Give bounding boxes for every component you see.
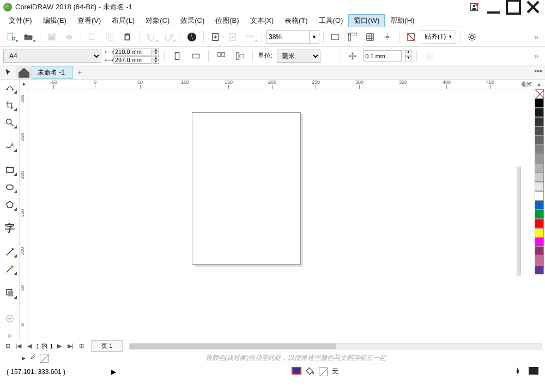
- drawing-surface[interactable]: [28, 89, 533, 340]
- duplicate-distance-button[interactable]: [422, 48, 437, 64]
- color-swatch[interactable]: [535, 117, 544, 126]
- color-swatch[interactable]: [535, 228, 544, 237]
- publish-pdf-button[interactable]: PDF: [243, 29, 258, 45]
- color-swatch[interactable]: [535, 200, 544, 210]
- next-page-button[interactable]: ▶: [55, 342, 64, 350]
- add-page-end-button[interactable]: ⊞: [77, 342, 86, 350]
- menu-layout[interactable]: 布局(L): [106, 14, 140, 27]
- polygon-tool[interactable]: [2, 198, 18, 212]
- new-button[interactable]: [3, 29, 19, 45]
- vertical-ruler[interactable]: 300250200150100500: [20, 89, 28, 340]
- palette-scroll-up[interactable]: ▲: [537, 82, 542, 89]
- color-swatch[interactable]: [535, 154, 544, 163]
- menu-tools[interactable]: 工具(O): [313, 14, 349, 27]
- menu-text[interactable]: 文本(X): [245, 14, 279, 27]
- copy-button[interactable]: [102, 29, 118, 45]
- redo-button[interactable]: [161, 29, 176, 45]
- zoom-dropdown-icon[interactable]: ▼: [310, 30, 319, 44]
- page-height-input[interactable]: [113, 56, 152, 64]
- paper-size-select[interactable]: A4: [3, 50, 101, 63]
- ruler-origin-button[interactable]: ✦: [20, 79, 28, 89]
- add-tab-button[interactable]: +: [73, 66, 86, 79]
- color-swatch[interactable]: [535, 136, 544, 145]
- width-spinner[interactable]: ▲▼: [153, 48, 159, 56]
- color-swatch[interactable]: [535, 191, 544, 200]
- import-button[interactable]: [208, 29, 223, 45]
- first-page-button[interactable]: |◀: [14, 342, 23, 350]
- color-swatch[interactable]: [535, 256, 544, 265]
- page-canvas[interactable]: [192, 112, 301, 265]
- color-swatch[interactable]: [535, 163, 544, 173]
- color-swatch[interactable]: [535, 182, 544, 191]
- menu-edit[interactable]: 编辑(E): [38, 14, 72, 27]
- color-swatch[interactable]: [535, 247, 544, 256]
- document-tab[interactable]: 未命名 -1: [32, 66, 73, 79]
- menu-table[interactable]: 表格(T): [279, 14, 313, 27]
- color-swatch[interactable]: [535, 89, 544, 99]
- toolbar-overflow-button[interactable]: »: [531, 33, 542, 41]
- export-button[interactable]: [225, 29, 240, 45]
- color-swatch[interactable]: [535, 126, 544, 136]
- last-page-button[interactable]: ▶|: [66, 342, 75, 350]
- undo-button[interactable]: [143, 29, 159, 45]
- show-grid-button[interactable]: [362, 29, 378, 45]
- cut-button[interactable]: [85, 29, 100, 45]
- menu-bitmaps[interactable]: 位图(B): [210, 14, 244, 27]
- nudge-spinner[interactable]: ▲▼: [405, 50, 411, 62]
- color-swatch[interactable]: [535, 265, 544, 274]
- color-swatch[interactable]: [535, 210, 544, 219]
- propbar-overflow-button[interactable]: »: [531, 52, 542, 60]
- print-button[interactable]: [62, 29, 77, 45]
- menu-file[interactable]: 文件(F): [3, 14, 38, 27]
- nudge-distance-input[interactable]: [364, 50, 402, 62]
- eyedropper-icon[interactable]: [29, 353, 37, 363]
- zoom-level-combo[interactable]: ▼: [266, 30, 319, 44]
- maximize-button[interactable]: [505, 1, 522, 13]
- landscape-button[interactable]: [188, 48, 203, 64]
- zoom-tool[interactable]: [2, 115, 18, 130]
- drop-shadow-tool[interactable]: [2, 286, 18, 300]
- no-color-swatch[interactable]: [40, 354, 49, 363]
- shape-tool[interactable]: [2, 81, 18, 95]
- page-width-input[interactable]: [113, 48, 152, 56]
- tab-overflow-icon[interactable]: ▸▸▸: [535, 68, 543, 74]
- unit-select[interactable]: 毫米: [277, 50, 320, 63]
- paste-button[interactable]: [120, 29, 135, 45]
- menu-help[interactable]: 帮助(H): [385, 14, 420, 27]
- open-button[interactable]: [21, 29, 36, 45]
- rectangle-tool[interactable]: [2, 163, 18, 177]
- page-tab[interactable]: 页 1: [91, 340, 123, 352]
- color-proof-icon[interactable]: [292, 367, 301, 376]
- color-swatch[interactable]: [535, 173, 544, 182]
- vertical-scrollbar[interactable]: [517, 167, 521, 275]
- fullscreen-preview-button[interactable]: [328, 29, 343, 45]
- menu-effects[interactable]: 效果(C): [175, 14, 210, 27]
- options-button[interactable]: [464, 29, 480, 45]
- horizontal-scrollbar[interactable]: [129, 343, 542, 350]
- color-swatch[interactable]: [535, 108, 544, 117]
- crop-tool[interactable]: [2, 98, 18, 112]
- color-swatch[interactable]: [535, 219, 544, 228]
- fill-bucket-icon[interactable]: [306, 366, 314, 377]
- save-button[interactable]: [44, 29, 59, 45]
- color-swatch[interactable]: [535, 99, 544, 108]
- dimension-tool[interactable]: [2, 245, 18, 259]
- welcome-tab-button[interactable]: [16, 66, 32, 79]
- text-tool[interactable]: 字: [2, 221, 18, 235]
- connector-tool[interactable]: [2, 262, 18, 276]
- portrait-button[interactable]: [169, 48, 185, 64]
- color-swatch[interactable]: [535, 237, 544, 247]
- color-swatch[interactable]: [535, 145, 544, 154]
- snap-off-button[interactable]: [403, 29, 419, 45]
- show-guidelines-button[interactable]: [380, 29, 395, 45]
- menu-window[interactable]: 窗口(W): [348, 14, 385, 27]
- height-spinner[interactable]: ▲▼: [153, 56, 159, 64]
- horizontal-ruler[interactable]: 毫米 -50050100150200250300350400450: [28, 79, 533, 89]
- snap-to-dropdown[interactable]: 贴齐(T)▼: [421, 30, 456, 44]
- ellipse-tool[interactable]: [2, 180, 18, 194]
- add-page-start-button[interactable]: ⊞: [3, 342, 12, 350]
- current-page-button[interactable]: [232, 48, 247, 64]
- prev-page-button[interactable]: ◀: [25, 342, 34, 350]
- pick-tool-tabrow[interactable]: [0, 66, 16, 79]
- zoom-input[interactable]: [266, 30, 310, 44]
